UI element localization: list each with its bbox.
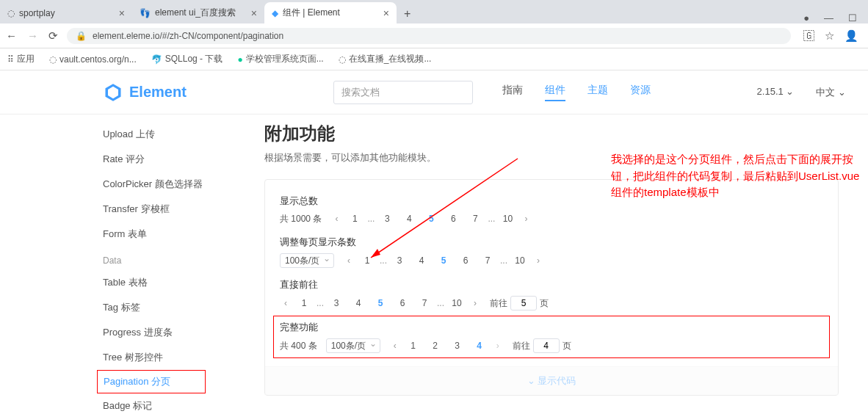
jump-label: 前往 xyxy=(513,340,530,352)
jump-label: 前往 xyxy=(490,297,507,310)
sidebar-item-tree[interactable]: Tree 树形控件 xyxy=(103,345,176,370)
favicon-icon: 👣 xyxy=(140,8,151,18)
full-feature-row: 完整功能 共 400 条 100条/页 ‹ 1 2 3 4 › 前往 页 xyxy=(273,316,830,358)
sidebar-item-transfer[interactable]: Transfer 穿梭框 xyxy=(103,197,176,222)
page-number[interactable]: 6 xyxy=(456,254,475,267)
demo-label-jump: 直接前往 xyxy=(280,278,823,291)
bookmark-item[interactable]: 🐬SQLLog - 下载 xyxy=(151,53,223,65)
page-size-select[interactable]: 100条/页 xyxy=(326,338,380,353)
page-number[interactable]: 1 xyxy=(358,254,377,267)
browser-tab-active[interactable]: ◆ 组件 | Element × xyxy=(264,2,397,23)
page-number[interactable]: 4 xyxy=(399,212,419,225)
page-number[interactable]: 3 xyxy=(327,297,346,310)
sidebar-item-tag[interactable]: Tag 标签 xyxy=(103,295,176,320)
brand-logo[interactable]: Element xyxy=(103,82,187,103)
page-number-active[interactable]: 5 xyxy=(434,254,453,267)
browser-tab[interactable]: 👣 element ui_百度搜索 × xyxy=(132,2,264,23)
page-number[interactable]: 4 xyxy=(412,254,431,267)
translate-icon[interactable]: 🇬 xyxy=(803,29,814,43)
page-number[interactable]: 10 xyxy=(510,254,529,267)
minimize-icon[interactable]: — xyxy=(824,12,833,23)
nav-component[interactable]: 组件 xyxy=(545,84,565,101)
lock-icon: 🔒 xyxy=(76,31,87,41)
tab-title: element ui_百度搜索 xyxy=(155,7,236,19)
browser-tab[interactable]: ◌ sportplay × xyxy=(0,3,132,23)
page-number-active[interactable]: 5 xyxy=(371,297,390,310)
sidebar-item-form[interactable]: Form 表单 xyxy=(103,222,176,247)
lang-selector[interactable]: 中文 ⌄ xyxy=(816,86,846,99)
page-number[interactable]: 1 xyxy=(294,297,314,310)
next-icon[interactable]: › xyxy=(469,297,481,310)
back-icon[interactable]: ← xyxy=(6,29,17,43)
site-header: Element 搜索文档 指南 组件 主题 资源 2.15.1 ⌄ 中文 ⌄ xyxy=(0,70,868,115)
forward-icon[interactable]: → xyxy=(27,29,38,43)
sidebar-item-progress[interactable]: Progress 进度条 xyxy=(103,320,176,345)
page-number[interactable]: 1 xyxy=(345,212,364,225)
prev-icon[interactable]: ‹ xyxy=(343,254,355,267)
nav-guide[interactable]: 指南 xyxy=(502,84,523,101)
sidebar-item-table[interactable]: Table 表格 xyxy=(103,270,176,295)
next-icon[interactable]: › xyxy=(492,339,504,352)
nav-resource[interactable]: 资源 xyxy=(630,84,651,101)
next-icon[interactable]: › xyxy=(532,254,544,267)
jump-input[interactable] xyxy=(533,338,560,353)
close-icon[interactable]: × xyxy=(119,7,125,19)
profile-icon[interactable]: 👤 xyxy=(845,29,858,43)
sidebar-nav: Upload 上传 Rate 评分 ColorPicker 颜色选择器 Tran… xyxy=(0,115,176,414)
dolphin-icon: 🐬 xyxy=(151,54,162,65)
page-number[interactable]: 3 xyxy=(377,212,397,225)
ellipsis-icon: ... xyxy=(488,214,495,224)
sidebar-item-upload[interactable]: Upload 上传 xyxy=(103,122,176,147)
jump-input[interactable] xyxy=(510,296,537,310)
next-icon[interactable]: › xyxy=(520,212,532,225)
page-number[interactable]: 3 xyxy=(448,339,467,352)
page-number[interactable]: 7 xyxy=(466,212,485,225)
apps-button[interactable]: ⠿应用 xyxy=(7,53,35,65)
jump-suffix: 页 xyxy=(540,297,549,310)
pagination-full: 共 400 条 100条/页 ‹ 1 2 3 4 › 前往 页 xyxy=(280,338,823,353)
bookmark-item[interactable]: ◌vault.centos.org/n... xyxy=(49,54,137,65)
sidebar-item-colorpicker[interactable]: ColorPicker 颜色选择器 xyxy=(103,172,176,197)
page-size-select[interactable]: 100条/页 xyxy=(280,253,334,268)
version-selector[interactable]: 2.15.1 ⌄ xyxy=(757,86,795,99)
new-tab-button[interactable]: + xyxy=(397,4,418,23)
ellipsis-icon: ... xyxy=(317,298,324,308)
account-icon[interactable]: ● xyxy=(803,12,809,23)
sidebar-item-rate[interactable]: Rate 评分 xyxy=(103,147,176,172)
globe-icon: ◌ xyxy=(49,54,57,65)
reload-icon[interactable]: ⟳ xyxy=(48,29,58,43)
page-number[interactable]: 4 xyxy=(349,297,368,310)
chevron-down-icon: ⌄ xyxy=(527,375,535,386)
element-logo-icon xyxy=(103,82,123,103)
page-number[interactable]: 10 xyxy=(498,212,517,225)
maximize-icon[interactable]: ☐ xyxy=(848,12,857,23)
annotation-text: 我选择的是这个分页组件，然后点击下面的展开按钮，把此组件的代码复制，最后粘贴到U… xyxy=(611,151,868,201)
page-number-active[interactable]: 4 xyxy=(470,339,489,352)
page-number[interactable]: 2 xyxy=(426,339,445,352)
page-number[interactable]: 10 xyxy=(447,297,466,310)
page-number[interactable]: 6 xyxy=(393,297,412,310)
bookmark-item[interactable]: ●学校管理系统页面... xyxy=(237,53,323,65)
search-input[interactable]: 搜索文档 xyxy=(333,81,473,104)
prev-icon[interactable]: ‹ xyxy=(389,339,401,352)
section-title: 附加功能 xyxy=(264,122,839,145)
bookmark-star-icon[interactable]: ☆ xyxy=(825,29,834,43)
sidebar-item-badge[interactable]: Badge 标记 xyxy=(103,393,176,414)
bookmark-item[interactable]: ◌在线直播_在线视频... xyxy=(339,53,432,65)
expand-code-button[interactable]: ⌄ 显示代码 xyxy=(265,366,838,395)
page-number[interactable]: 3 xyxy=(390,254,409,267)
nav-theme[interactable]: 主题 xyxy=(587,84,608,101)
page-number-active[interactable]: 5 xyxy=(422,212,441,225)
page-number[interactable]: 6 xyxy=(444,212,463,225)
total-text: 共 1000 条 xyxy=(280,213,322,225)
address-bar[interactable]: 🔒 element.eleme.io/#/zh-CN/component/pag… xyxy=(67,28,791,44)
page-number[interactable]: 7 xyxy=(415,297,434,310)
page-number[interactable]: 7 xyxy=(478,254,497,267)
globe-icon: ◌ xyxy=(7,8,15,18)
page-number[interactable]: 1 xyxy=(404,339,423,352)
close-icon[interactable]: × xyxy=(383,7,389,19)
close-icon[interactable]: × xyxy=(251,7,257,19)
prev-icon[interactable]: ‹ xyxy=(330,212,342,225)
browser-toolbar: ← → ⟳ 🔒 element.eleme.io/#/zh-CN/compone… xyxy=(0,23,868,48)
prev-icon[interactable]: ‹ xyxy=(280,297,292,310)
